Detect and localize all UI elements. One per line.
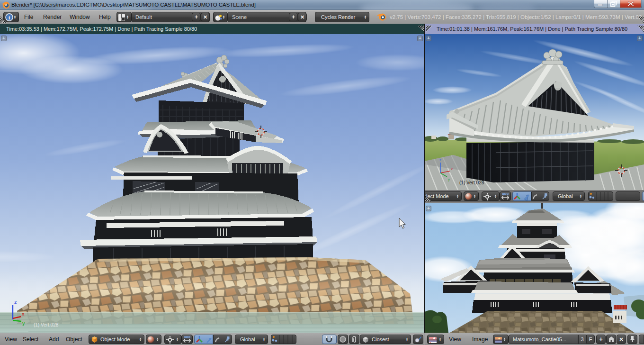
svg-text:x: x	[22, 311, 25, 317]
svg-text:i: i	[9, 15, 10, 20]
svg-text:(1) Vert.028: (1) Vert.028	[459, 180, 484, 185]
svg-text:z: z	[14, 299, 17, 305]
svg-text:y: y	[22, 320, 25, 326]
svg-text:z: z	[439, 158, 441, 162]
svg-text:y: y	[448, 177, 450, 182]
svg-text:(1) Vert.028: (1) Vert.028	[34, 322, 59, 327]
svg-text:x: x	[451, 167, 453, 171]
